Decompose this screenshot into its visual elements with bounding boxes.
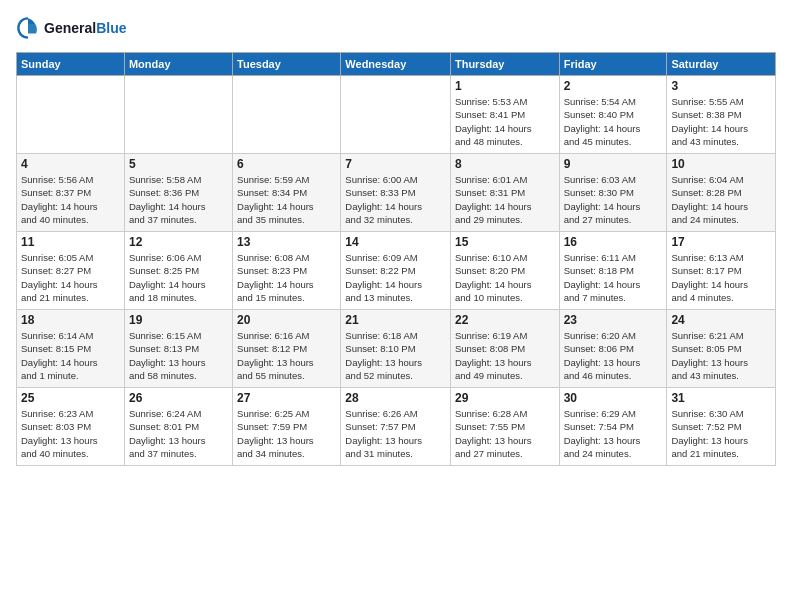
day-number: 5 bbox=[129, 157, 228, 171]
week-row-4: 18Sunrise: 6:14 AM Sunset: 8:15 PM Dayli… bbox=[17, 310, 776, 388]
day-cell bbox=[124, 76, 232, 154]
day-info: Sunrise: 6:15 AM Sunset: 8:13 PM Dayligh… bbox=[129, 329, 228, 382]
day-cell: 23Sunrise: 6:20 AM Sunset: 8:06 PM Dayli… bbox=[559, 310, 667, 388]
col-header-monday: Monday bbox=[124, 53, 232, 76]
day-cell: 12Sunrise: 6:06 AM Sunset: 8:25 PM Dayli… bbox=[124, 232, 232, 310]
day-info: Sunrise: 6:16 AM Sunset: 8:12 PM Dayligh… bbox=[237, 329, 336, 382]
day-info: Sunrise: 6:01 AM Sunset: 8:31 PM Dayligh… bbox=[455, 173, 555, 226]
day-number: 24 bbox=[671, 313, 771, 327]
day-info: Sunrise: 6:24 AM Sunset: 8:01 PM Dayligh… bbox=[129, 407, 228, 460]
day-number: 12 bbox=[129, 235, 228, 249]
day-info: Sunrise: 6:21 AM Sunset: 8:05 PM Dayligh… bbox=[671, 329, 771, 382]
day-number: 2 bbox=[564, 79, 663, 93]
day-info: Sunrise: 6:23 AM Sunset: 8:03 PM Dayligh… bbox=[21, 407, 120, 460]
day-info: Sunrise: 6:25 AM Sunset: 7:59 PM Dayligh… bbox=[237, 407, 336, 460]
day-info: Sunrise: 6:30 AM Sunset: 7:52 PM Dayligh… bbox=[671, 407, 771, 460]
day-info: Sunrise: 6:00 AM Sunset: 8:33 PM Dayligh… bbox=[345, 173, 446, 226]
day-number: 28 bbox=[345, 391, 446, 405]
day-number: 27 bbox=[237, 391, 336, 405]
logo-text: GeneralBlue bbox=[44, 20, 126, 36]
day-info: Sunrise: 6:06 AM Sunset: 8:25 PM Dayligh… bbox=[129, 251, 228, 304]
day-cell: 16Sunrise: 6:11 AM Sunset: 8:18 PM Dayli… bbox=[559, 232, 667, 310]
day-cell: 13Sunrise: 6:08 AM Sunset: 8:23 PM Dayli… bbox=[233, 232, 341, 310]
day-number: 22 bbox=[455, 313, 555, 327]
day-info: Sunrise: 6:14 AM Sunset: 8:15 PM Dayligh… bbox=[21, 329, 120, 382]
day-info: Sunrise: 5:53 AM Sunset: 8:41 PM Dayligh… bbox=[455, 95, 555, 148]
header: GeneralBlue bbox=[16, 16, 776, 40]
col-header-friday: Friday bbox=[559, 53, 667, 76]
day-info: Sunrise: 5:59 AM Sunset: 8:34 PM Dayligh… bbox=[237, 173, 336, 226]
day-info: Sunrise: 5:55 AM Sunset: 8:38 PM Dayligh… bbox=[671, 95, 771, 148]
day-number: 4 bbox=[21, 157, 120, 171]
day-info: Sunrise: 6:28 AM Sunset: 7:55 PM Dayligh… bbox=[455, 407, 555, 460]
day-number: 26 bbox=[129, 391, 228, 405]
calendar-header-row: SundayMondayTuesdayWednesdayThursdayFrid… bbox=[17, 53, 776, 76]
day-number: 23 bbox=[564, 313, 663, 327]
day-cell: 14Sunrise: 6:09 AM Sunset: 8:22 PM Dayli… bbox=[341, 232, 451, 310]
col-header-sunday: Sunday bbox=[17, 53, 125, 76]
day-number: 10 bbox=[671, 157, 771, 171]
day-number: 15 bbox=[455, 235, 555, 249]
day-number: 17 bbox=[671, 235, 771, 249]
day-number: 1 bbox=[455, 79, 555, 93]
day-info: Sunrise: 6:05 AM Sunset: 8:27 PM Dayligh… bbox=[21, 251, 120, 304]
day-number: 16 bbox=[564, 235, 663, 249]
col-header-tuesday: Tuesday bbox=[233, 53, 341, 76]
day-cell: 9Sunrise: 6:03 AM Sunset: 8:30 PM Daylig… bbox=[559, 154, 667, 232]
day-info: Sunrise: 5:58 AM Sunset: 8:36 PM Dayligh… bbox=[129, 173, 228, 226]
day-info: Sunrise: 6:11 AM Sunset: 8:18 PM Dayligh… bbox=[564, 251, 663, 304]
day-cell: 19Sunrise: 6:15 AM Sunset: 8:13 PM Dayli… bbox=[124, 310, 232, 388]
week-row-2: 4Sunrise: 5:56 AM Sunset: 8:37 PM Daylig… bbox=[17, 154, 776, 232]
day-cell: 7Sunrise: 6:00 AM Sunset: 8:33 PM Daylig… bbox=[341, 154, 451, 232]
day-cell: 27Sunrise: 6:25 AM Sunset: 7:59 PM Dayli… bbox=[233, 388, 341, 466]
day-cell: 31Sunrise: 6:30 AM Sunset: 7:52 PM Dayli… bbox=[667, 388, 776, 466]
day-cell: 25Sunrise: 6:23 AM Sunset: 8:03 PM Dayli… bbox=[17, 388, 125, 466]
day-info: Sunrise: 5:54 AM Sunset: 8:40 PM Dayligh… bbox=[564, 95, 663, 148]
day-cell: 1Sunrise: 5:53 AM Sunset: 8:41 PM Daylig… bbox=[450, 76, 559, 154]
day-cell: 15Sunrise: 6:10 AM Sunset: 8:20 PM Dayli… bbox=[450, 232, 559, 310]
day-number: 14 bbox=[345, 235, 446, 249]
day-number: 29 bbox=[455, 391, 555, 405]
page-container: GeneralBlue SundayMondayTuesdayWednesday… bbox=[0, 0, 792, 474]
day-cell bbox=[17, 76, 125, 154]
day-cell: 5Sunrise: 5:58 AM Sunset: 8:36 PM Daylig… bbox=[124, 154, 232, 232]
day-cell: 3Sunrise: 5:55 AM Sunset: 8:38 PM Daylig… bbox=[667, 76, 776, 154]
day-number: 8 bbox=[455, 157, 555, 171]
day-number: 11 bbox=[21, 235, 120, 249]
day-cell: 8Sunrise: 6:01 AM Sunset: 8:31 PM Daylig… bbox=[450, 154, 559, 232]
day-info: Sunrise: 6:19 AM Sunset: 8:08 PM Dayligh… bbox=[455, 329, 555, 382]
day-info: Sunrise: 6:08 AM Sunset: 8:23 PM Dayligh… bbox=[237, 251, 336, 304]
day-cell: 2Sunrise: 5:54 AM Sunset: 8:40 PM Daylig… bbox=[559, 76, 667, 154]
day-number: 30 bbox=[564, 391, 663, 405]
day-info: Sunrise: 5:56 AM Sunset: 8:37 PM Dayligh… bbox=[21, 173, 120, 226]
day-number: 3 bbox=[671, 79, 771, 93]
day-number: 6 bbox=[237, 157, 336, 171]
day-cell: 24Sunrise: 6:21 AM Sunset: 8:05 PM Dayli… bbox=[667, 310, 776, 388]
col-header-thursday: Thursday bbox=[450, 53, 559, 76]
day-info: Sunrise: 6:18 AM Sunset: 8:10 PM Dayligh… bbox=[345, 329, 446, 382]
week-row-3: 11Sunrise: 6:05 AM Sunset: 8:27 PM Dayli… bbox=[17, 232, 776, 310]
day-number: 18 bbox=[21, 313, 120, 327]
day-cell: 4Sunrise: 5:56 AM Sunset: 8:37 PM Daylig… bbox=[17, 154, 125, 232]
day-number: 25 bbox=[21, 391, 120, 405]
logo: GeneralBlue bbox=[16, 16, 126, 40]
day-cell: 30Sunrise: 6:29 AM Sunset: 7:54 PM Dayli… bbox=[559, 388, 667, 466]
day-number: 7 bbox=[345, 157, 446, 171]
day-cell bbox=[233, 76, 341, 154]
day-cell: 20Sunrise: 6:16 AM Sunset: 8:12 PM Dayli… bbox=[233, 310, 341, 388]
day-cell: 11Sunrise: 6:05 AM Sunset: 8:27 PM Dayli… bbox=[17, 232, 125, 310]
calendar-table: SundayMondayTuesdayWednesdayThursdayFrid… bbox=[16, 52, 776, 466]
day-cell: 6Sunrise: 5:59 AM Sunset: 8:34 PM Daylig… bbox=[233, 154, 341, 232]
day-info: Sunrise: 6:04 AM Sunset: 8:28 PM Dayligh… bbox=[671, 173, 771, 226]
day-info: Sunrise: 6:26 AM Sunset: 7:57 PM Dayligh… bbox=[345, 407, 446, 460]
day-info: Sunrise: 6:29 AM Sunset: 7:54 PM Dayligh… bbox=[564, 407, 663, 460]
week-row-1: 1Sunrise: 5:53 AM Sunset: 8:41 PM Daylig… bbox=[17, 76, 776, 154]
day-info: Sunrise: 6:09 AM Sunset: 8:22 PM Dayligh… bbox=[345, 251, 446, 304]
day-number: 9 bbox=[564, 157, 663, 171]
day-number: 20 bbox=[237, 313, 336, 327]
week-row-5: 25Sunrise: 6:23 AM Sunset: 8:03 PM Dayli… bbox=[17, 388, 776, 466]
col-header-saturday: Saturday bbox=[667, 53, 776, 76]
day-cell bbox=[341, 76, 451, 154]
day-info: Sunrise: 6:10 AM Sunset: 8:20 PM Dayligh… bbox=[455, 251, 555, 304]
day-info: Sunrise: 6:20 AM Sunset: 8:06 PM Dayligh… bbox=[564, 329, 663, 382]
